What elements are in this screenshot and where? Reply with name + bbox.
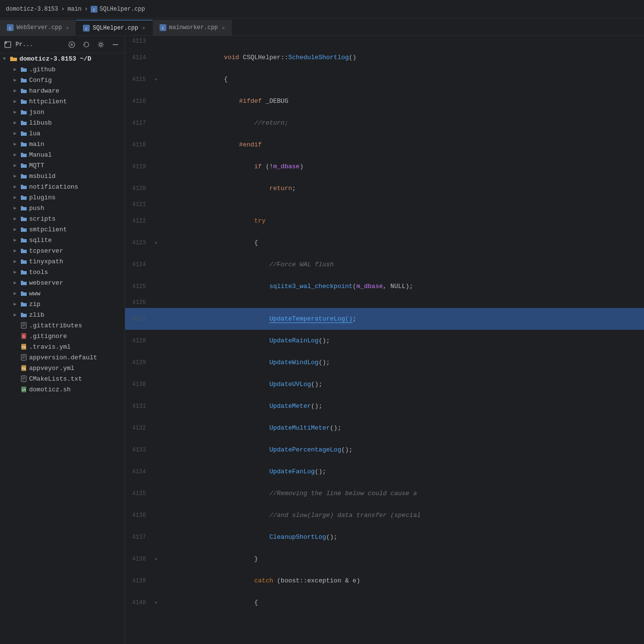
gutter-4127 bbox=[152, 308, 161, 330]
gutter-4117 bbox=[152, 112, 161, 134]
gutter-4136 bbox=[152, 504, 161, 526]
sidebar-item-config[interactable]: ▶ Config bbox=[0, 75, 125, 85]
svg-text:G: G bbox=[23, 335, 25, 338]
gutter-4138: ▾ bbox=[152, 548, 161, 570]
fold-icon[interactable]: ▾ bbox=[155, 241, 158, 246]
breadcrumb-project[interactable]: domoticz-3.8153 bbox=[6, 6, 58, 13]
sidebar-item-lua[interactable]: ▶ lua bbox=[0, 128, 125, 139]
sidebar-item-manual[interactable]: ▶ Manual bbox=[0, 149, 125, 160]
tab-mainworker[interactable]: C mainworker.cpp ✕ bbox=[153, 20, 232, 35]
sidebar-item-tools[interactable]: ▶ tools bbox=[0, 267, 125, 277]
table-row: 4135 //Removing the line below could cau… bbox=[125, 483, 644, 504]
line-number: 4127 bbox=[125, 308, 152, 330]
sidebar-new-file-btn[interactable] bbox=[66, 39, 77, 50]
tab-mainworker-close[interactable]: ✕ bbox=[222, 25, 225, 31]
zlib-folder-icon bbox=[20, 312, 27, 318]
title-bar: domoticz-3.8153 › main › C SQLHelper.cpp bbox=[0, 0, 644, 18]
sidebar-item-hardware[interactable]: ▶ hardware bbox=[0, 85, 125, 96]
sidebar-item-sqlite[interactable]: ▶ sqlite bbox=[0, 235, 125, 245]
gutter-4130 bbox=[152, 373, 161, 395]
code-content: { bbox=[161, 68, 644, 90]
code-content: } bbox=[161, 548, 644, 570]
sidebar-item-gitattributes[interactable]: ▶ .gitattributes bbox=[0, 320, 125, 331]
sidebar-item-msbuild[interactable]: ▶ msbuild bbox=[0, 171, 125, 181]
json-folder-icon bbox=[20, 110, 27, 115]
table-row: 4137 CleanupShortLog(); bbox=[125, 526, 644, 548]
line-number: 4113 bbox=[125, 36, 152, 47]
sidebar-root[interactable]: ▼ domoticz-3.8153 ~/D bbox=[0, 53, 125, 64]
breadcrumb-file[interactable]: C SQLHelper.cpp bbox=[91, 6, 145, 13]
gutter-4134 bbox=[152, 461, 161, 483]
tab-webserver-label: WebServer.cpp bbox=[16, 24, 62, 31]
code-content: #endif bbox=[161, 134, 644, 156]
tcpserver-folder-icon bbox=[20, 248, 27, 254]
appversion-file-icon bbox=[20, 354, 27, 361]
sidebar-item-gitignore[interactable]: ▶ G .gitignore bbox=[0, 331, 125, 341]
tab-webserver[interactable]: C WebServer.cpp ✕ bbox=[0, 20, 76, 35]
sidebar-item-zlib[interactable]: ▶ zlib bbox=[0, 309, 125, 320]
webserver-folder-icon bbox=[20, 280, 27, 286]
main-label: main bbox=[29, 141, 44, 148]
line-number: 4131 bbox=[125, 395, 152, 417]
sidebar-item-main[interactable]: ▶ main bbox=[0, 139, 125, 149]
table-row: 4122 try bbox=[125, 210, 644, 232]
table-row: 4126 bbox=[125, 297, 644, 308]
tcpserver-arrow: ▶ bbox=[12, 248, 18, 254]
gutter-4133 bbox=[152, 439, 161, 461]
code-table: 4113 4114 void CSQLHelper::ScheduleShort… bbox=[125, 36, 644, 613]
sidebar-item-webserver[interactable]: ▶ webserver bbox=[0, 277, 125, 288]
sidebar-settings-btn[interactable] bbox=[96, 39, 106, 50]
sidebar-item-libusb[interactable]: ▶ libusb bbox=[0, 117, 125, 128]
code-content: //return; bbox=[161, 112, 644, 134]
tinyxpath-arrow: ▶ bbox=[12, 258, 18, 264]
sidebar-item-www[interactable]: ▶ www bbox=[0, 288, 125, 299]
code-content: UpdateRainLog(); bbox=[161, 330, 644, 352]
sidebar-item-tcpserver[interactable]: ▶ tcpserver bbox=[0, 245, 125, 256]
sidebar-item-json[interactable]: ▶ json bbox=[0, 107, 125, 117]
gutter-4129 bbox=[152, 352, 161, 373]
table-row: 4115 ▾ { bbox=[125, 68, 644, 90]
table-row: 4123 ▾ { bbox=[125, 232, 644, 254]
zip-arrow: ▶ bbox=[12, 301, 18, 307]
table-row: 4138 ▾ } bbox=[125, 548, 644, 570]
gutter-4116 bbox=[152, 90, 161, 112]
sidebar-item-github[interactable]: ▶ .github bbox=[0, 64, 125, 75]
domoticz-sh-label: domoticz.sh bbox=[29, 386, 71, 393]
smtpclient-label: smtpclient bbox=[29, 226, 67, 233]
sidebar-item-travis[interactable]: ▶ YML .travis.yml bbox=[0, 341, 125, 352]
msbuild-arrow: ▶ bbox=[12, 173, 18, 179]
sidebar-item-zip[interactable]: ▶ zip bbox=[0, 299, 125, 309]
sidebar-item-domoticz-sh[interactable]: ▶ sh domoticz.sh bbox=[0, 384, 125, 395]
sidebar-item-scripts[interactable]: ▶ scripts bbox=[0, 213, 125, 224]
sidebar-item-smtpclient[interactable]: ▶ smtpclient bbox=[0, 224, 125, 235]
fold-icon[interactable]: ▾ bbox=[155, 77, 158, 82]
tab-sqlhelper[interactable]: C SQLHelper.cpp ✕ bbox=[76, 20, 152, 35]
sidebar-item-tinyxpath[interactable]: ▶ tinyxpath bbox=[0, 256, 125, 267]
code-content: UpdateMultiMeter(); bbox=[161, 417, 644, 439]
hardware-arrow: ▶ bbox=[12, 88, 18, 94]
code-editor[interactable]: 4113 4114 void CSQLHelper::ScheduleShort… bbox=[125, 36, 644, 644]
fold-icon[interactable]: ▾ bbox=[155, 600, 158, 606]
line-number: 4137 bbox=[125, 526, 152, 548]
fold-icon[interactable]: ▾ bbox=[155, 557, 158, 562]
sidebar-item-push[interactable]: ▶ push bbox=[0, 203, 125, 213]
sidebar-refresh-btn[interactable] bbox=[81, 39, 92, 50]
breadcrumb-sep-2: › bbox=[84, 6, 88, 13]
tinyxpath-folder-icon bbox=[20, 259, 27, 264]
sidebar-collapse-btn[interactable] bbox=[110, 39, 121, 50]
sqlhelper-tab-icon: C bbox=[83, 25, 90, 32]
tab-mainworker-label: mainworker.cpp bbox=[169, 24, 218, 31]
code-content: if (!m_dbase) bbox=[161, 156, 644, 177]
sidebar-item-cmakelists[interactable]: ▶ CMakeLists.txt bbox=[0, 373, 125, 384]
sidebar-item-plugins[interactable]: ▶ plugins bbox=[0, 192, 125, 203]
plugins-folder-icon bbox=[20, 195, 27, 200]
sidebar-item-mqtt[interactable]: ▶ MQTT bbox=[0, 160, 125, 171]
tab-sqlhelper-close[interactable]: ✕ bbox=[142, 25, 145, 31]
minus-icon bbox=[112, 41, 119, 48]
tab-webserver-close[interactable]: ✕ bbox=[66, 25, 69, 31]
sidebar-item-appveyor[interactable]: ▶ YML appveyor.yml bbox=[0, 363, 125, 373]
sidebar-item-httpclient[interactable]: ▶ httpclient bbox=[0, 96, 125, 107]
sidebar-item-notifications[interactable]: ▶ notifications bbox=[0, 181, 125, 192]
sidebar-item-appversion[interactable]: ▶ appversion.default bbox=[0, 352, 125, 363]
breadcrumb-folder[interactable]: main bbox=[67, 6, 81, 13]
